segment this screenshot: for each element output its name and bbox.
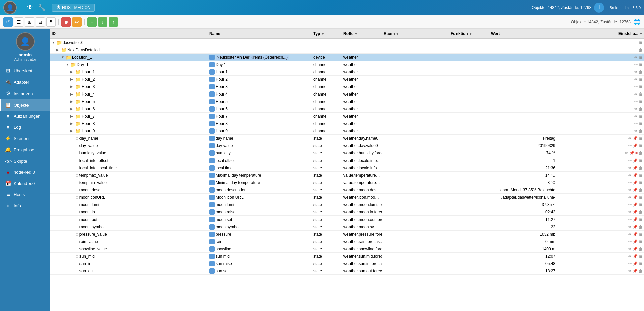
info-badge[interactable]: i <box>209 268 215 274</box>
toggle-location[interactable]: ▼ <box>61 55 65 59</box>
delete-icon[interactable]: 🗑 <box>639 239 643 244</box>
sidebar-item-hosts[interactable]: 🖥 Hosts <box>0 189 50 200</box>
info-badge[interactable]: i <box>209 136 215 141</box>
delete-icon[interactable]: 🗑 <box>639 99 643 104</box>
sidebar-item-kalender[interactable]: 📅 Kalender.0 <box>0 178 50 189</box>
info-badge[interactable]: i <box>209 62 215 67</box>
toggle-hour9[interactable]: ▶ <box>70 129 74 133</box>
edit-icon[interactable]: ✏ <box>634 121 638 126</box>
delete-icon[interactable]: 🗑 <box>639 247 643 251</box>
delete-icon[interactable]: 🗑 <box>639 136 643 141</box>
pin-icon[interactable]: 📌 <box>633 143 638 148</box>
edit-icon[interactable]: ✏ <box>628 247 632 251</box>
grid-view-button[interactable]: ⊞ <box>25 17 34 27</box>
pin-icon[interactable]: 📌 <box>633 254 638 259</box>
pin-icon[interactable]: 📌 <box>633 261 638 266</box>
edit-icon[interactable]: ✏ <box>625 151 628 156</box>
toggle-hour5[interactable]: ▶ <box>70 100 74 103</box>
col-header-rolle[interactable]: Rolle ▼ <box>342 30 382 37</box>
edit-icon[interactable]: ✏ <box>628 195 632 200</box>
pin-icon[interactable]: 📌 <box>633 210 638 214</box>
info-badge[interactable]: i <box>209 232 215 237</box>
list-view-button[interactable]: ☰ <box>14 17 23 27</box>
edit-icon[interactable]: ✏ <box>628 217 632 222</box>
pin-icon[interactable]: 📌 <box>633 225 638 229</box>
delete-icon[interactable]: 🗑 <box>639 114 643 119</box>
host-button[interactable]: ⏻ HOST MEDION <box>52 4 95 12</box>
info-badge[interactable]: i <box>209 91 215 97</box>
info-badge[interactable]: i <box>209 217 215 222</box>
eye-icon[interactable]: 👁 <box>27 4 33 11</box>
edit-icon[interactable]: ✏ <box>628 225 632 229</box>
edit-icon[interactable]: ✏ <box>628 136 632 141</box>
delete-icon[interactable]: 🗑 <box>639 92 643 97</box>
sidebar-item-node-red[interactable]: ● node-red.0 <box>0 167 50 178</box>
edit-icon[interactable]: ✏ <box>628 180 632 185</box>
info-badge[interactable]: i <box>209 106 215 112</box>
delete-icon[interactable]: 🗑 <box>639 107 643 111</box>
info-badge[interactable]: i <box>209 165 215 171</box>
refresh-button[interactable]: ↺ <box>3 17 13 27</box>
info-badge[interactable]: i <box>209 143 215 148</box>
wrench-icon[interactable]: 🔧 <box>38 4 45 11</box>
info-badge[interactable]: i <box>209 195 215 200</box>
toggle-daswetter[interactable]: ▼ <box>52 41 56 44</box>
delete-icon[interactable]: 🗑 <box>639 77 643 82</box>
info-badge[interactable]: i <box>209 261 215 266</box>
toggle-hour8[interactable]: ▶ <box>70 122 74 125</box>
delete-icon[interactable]: 🗑 <box>639 217 643 222</box>
toggle-hour2[interactable]: ▶ <box>70 77 74 81</box>
info-badge[interactable]: i <box>209 254 215 259</box>
delete-icon[interactable]: 🗑 <box>639 48 643 52</box>
info-badge[interactable]: i <box>209 55 215 60</box>
pin-icon[interactable]: 📌 <box>633 269 638 273</box>
edit-icon[interactable]: ✏ <box>628 269 632 273</box>
info-badge[interactable]: i <box>209 239 215 244</box>
add-button[interactable]: + <box>87 17 97 27</box>
delete-icon[interactable]: 🗑 <box>639 254 643 259</box>
pin-icon[interactable]: 📌 <box>633 158 638 163</box>
info-badge[interactable]: i <box>209 202 215 207</box>
delete-icon[interactable]: 🗑 <box>639 84 643 89</box>
delete-icon[interactable]: 🗑 <box>639 173 643 178</box>
edit-icon[interactable]: ✏ <box>628 188 632 192</box>
edit-icon[interactable]: ✏ <box>634 70 638 74</box>
sidebar-item-instanzen[interactable]: ⚙ Instanzen <box>0 88 50 99</box>
delete-icon[interactable]: 🗑 <box>639 232 643 237</box>
toggle-day1[interactable]: ▼ <box>66 63 70 66</box>
edit-icon[interactable]: ✏ <box>628 232 632 237</box>
info-badge[interactable]: i <box>209 150 215 156</box>
delete-icon[interactable]: 🗑 <box>639 40 643 45</box>
col-header-funktion[interactable]: Funktion ▼ <box>449 30 490 37</box>
delete-icon[interactable]: 🗑 <box>639 158 643 163</box>
info-badge[interactable]: i <box>209 224 215 230</box>
info-badge[interactable]: i <box>209 84 215 89</box>
info-badge[interactable]: i <box>209 158 215 163</box>
sidebar-item-aufzahlungen[interactable]: ≡ Aufzählungen <box>0 111 50 122</box>
info-badge[interactable]: i <box>209 187 215 193</box>
edit-icon[interactable]: ✏ <box>628 143 632 148</box>
pin-icon[interactable]: 📌 <box>633 232 638 237</box>
pin-icon[interactable]: 📌 <box>629 151 634 156</box>
toggle-hour3[interactable]: ▶ <box>70 85 74 88</box>
edit-icon[interactable]: ✏ <box>628 261 632 266</box>
record-button[interactable]: ⏺ <box>61 17 71 27</box>
toggle-hour4[interactable]: ▶ <box>70 92 74 96</box>
sidebar-item-ereignisse[interactable]: 🔔 Ereignisse <box>0 144 50 156</box>
delete-icon[interactable]: 🗑 <box>639 151 643 156</box>
edit-icon[interactable]: ✏ <box>628 202 632 207</box>
delete-icon[interactable]: 🗑 <box>639 261 643 266</box>
pin-icon[interactable]: 📌 <box>633 247 638 251</box>
edit-icon[interactable]: ✏ <box>634 62 638 67</box>
info-badge[interactable]: i <box>209 114 215 119</box>
edit-icon[interactable]: ✏ <box>634 99 638 104</box>
toggle-hour1[interactable]: ▶ <box>70 70 74 74</box>
edit-icon[interactable]: ✏ <box>628 173 632 178</box>
edit-icon[interactable]: ✏ <box>628 210 632 214</box>
edit-icon[interactable]: ✏ <box>634 92 638 97</box>
delete-icon[interactable]: 🗑 <box>639 55 643 60</box>
col-header-typ[interactable]: Typ ▼ <box>312 30 342 37</box>
toggle-hour7[interactable]: ▶ <box>70 114 74 118</box>
delete-icon[interactable]: 🗑 <box>639 210 643 214</box>
edit-icon[interactable]: ✏ <box>628 254 632 259</box>
